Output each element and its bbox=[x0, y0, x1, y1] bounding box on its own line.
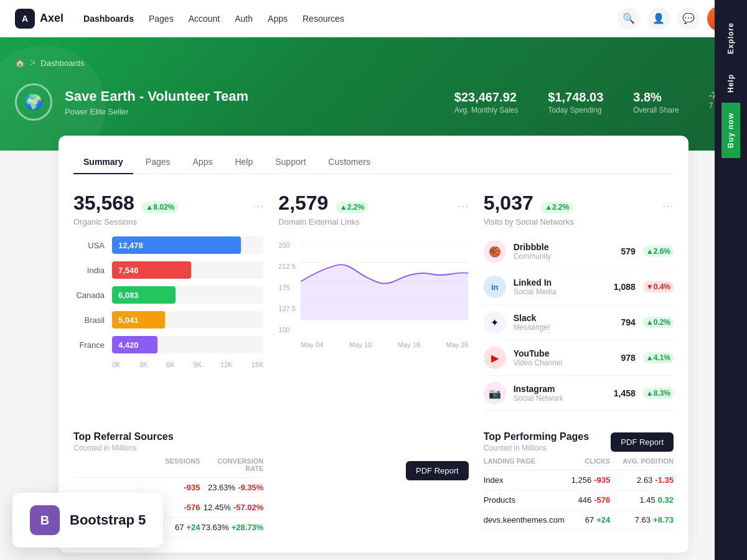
metrics-grid: 35,568 ▲8.02% ⋯ Organic Sessions USA 12,… bbox=[73, 192, 674, 411]
tab-apps[interactable]: Apps bbox=[183, 151, 223, 174]
tab-help[interactable]: Help bbox=[225, 151, 263, 174]
td-page-devs: devs.keenthemes.com bbox=[484, 515, 568, 525]
metric-social: 5,037 ▲2.2% ⋯ Visits by Social Networks … bbox=[484, 192, 674, 411]
top-pages-section: Top Performing Pages Counted in Millions… bbox=[484, 431, 674, 538]
buy-now-button[interactable]: Buy now bbox=[721, 103, 740, 158]
bar-row-canada: Canada 6,083 bbox=[73, 286, 263, 304]
td-rate-bol: 73.63% +28.73% bbox=[200, 523, 264, 532]
td-sessions-bol: 67 +24 bbox=[158, 523, 200, 532]
messages-button[interactable]: 💬 bbox=[677, 7, 700, 30]
top-pages-pdf-button[interactable]: PDF Report bbox=[611, 432, 674, 452]
instagram-type: Social Network bbox=[514, 394, 563, 403]
notifications-button[interactable]: 👤 bbox=[647, 7, 670, 30]
instagram-icon: 📷 bbox=[484, 382, 506, 404]
pdf-report-button[interactable]: PDF Report bbox=[406, 461, 469, 480]
search-button[interactable]: 🔍 bbox=[618, 7, 640, 30]
nav-auth[interactable]: Auth bbox=[235, 14, 253, 24]
td-page-products: Products bbox=[484, 495, 568, 505]
dribbble-icon: 🏀 bbox=[484, 240, 506, 263]
y-label-100: 100 bbox=[278, 326, 301, 334]
external-links-more[interactable]: ⋯ bbox=[458, 199, 469, 213]
youtube-name: YouTube bbox=[514, 348, 563, 358]
stat-monthly-sales: $23,467.92 Avg. Monthly Sales bbox=[454, 90, 519, 114]
bootstrap-overlay: B Bootstrap 5 bbox=[12, 493, 163, 548]
td-rate-1: 23.63% -9.35% bbox=[200, 483, 264, 492]
brand[interactable]: A Axel bbox=[15, 9, 63, 29]
social-row-youtube: ▶ YouTube Video Channel 978 ▲4.1% bbox=[484, 340, 674, 376]
nav-dashboards[interactable]: Dashboards bbox=[83, 14, 134, 24]
tab-pages[interactable]: Pages bbox=[136, 151, 181, 174]
metric-external-links-value: 2,579 bbox=[278, 192, 328, 214]
stat-today-spending-label: Today Spending bbox=[548, 106, 603, 114]
bar-row-india: India 7,546 bbox=[73, 261, 263, 279]
slack-icon: ✦ bbox=[484, 311, 506, 334]
hero-info: Save Earth - Volunteer Team Power Elite … bbox=[65, 88, 248, 116]
bar-country-usa: USA bbox=[73, 241, 105, 250]
breadcrumb-current: Dashboards bbox=[40, 58, 84, 68]
y-label-250: 250 bbox=[278, 241, 301, 249]
linkedin-change: ▼0.4% bbox=[643, 281, 674, 292]
nav-pages[interactable]: Pages bbox=[149, 14, 174, 24]
youtube-change: ▲4.1% bbox=[643, 352, 674, 363]
help-button[interactable]: Help bbox=[721, 64, 740, 103]
tab-support[interactable]: Support bbox=[265, 151, 316, 174]
organic-sessions-more[interactable]: ⋯ bbox=[252, 199, 263, 213]
referral-title: Top Referral Sources bbox=[73, 431, 263, 442]
slack-name: Slack bbox=[514, 313, 550, 323]
metric-organic-sessions-value: 35,568 bbox=[73, 192, 134, 214]
metric-organic-sessions-label: Organic Sessions bbox=[73, 217, 263, 226]
col-conversion: CONVERSION RATE bbox=[200, 457, 264, 472]
linkedin-count: 1,088 bbox=[614, 282, 636, 292]
table-row: devs.keenthemes.com 67 +24 7.63 +8.73 bbox=[484, 510, 674, 530]
explore-button[interactable]: Explore bbox=[721, 12, 740, 64]
dribbble-change: ▲2.6% bbox=[643, 246, 674, 257]
tab-customers[interactable]: Customers bbox=[318, 151, 380, 174]
tab-summary[interactable]: Summary bbox=[73, 151, 133, 174]
nav-apps[interactable]: Apps bbox=[268, 14, 288, 24]
metric-social-value: 5,037 bbox=[484, 192, 533, 214]
axis-0k: 0K bbox=[112, 361, 120, 368]
bar-row-usa: USA 12,478 bbox=[73, 236, 263, 254]
x-label-may18: May 18 bbox=[398, 341, 420, 348]
tabs: Summary Pages Apps Help Support Customer… bbox=[73, 151, 674, 174]
td-rate-2: 12.45% -57.02% bbox=[200, 503, 264, 512]
dribbble-type: Community bbox=[514, 252, 552, 261]
col-source bbox=[73, 457, 158, 472]
axis-12k: 12K bbox=[220, 361, 233, 368]
metric-organic-sessions: 35,568 ▲8.02% ⋯ Organic Sessions USA 12,… bbox=[73, 192, 263, 411]
social-row-slack: ✦ Slack Messanger 794 ▲0.2% bbox=[484, 305, 674, 340]
bar-chart: USA 12,478 India 7,546 Canada bbox=[73, 236, 263, 368]
nav-resources[interactable]: Resources bbox=[303, 14, 344, 24]
dribbble-count: 579 bbox=[621, 246, 635, 256]
top-pages-subtitle: Counted in Millions bbox=[484, 444, 590, 452]
slack-type: Messanger bbox=[514, 323, 550, 332]
x-label-may04: May 04 bbox=[301, 341, 323, 348]
y-label-212: 212.5 bbox=[278, 263, 301, 270]
social-row-linkedin: in Linked In Social Media 1,088 ▼0.4% bbox=[484, 269, 674, 305]
td-sessions-1: -935 bbox=[158, 483, 200, 492]
stat-monthly-sales-value: $23,467.92 bbox=[454, 90, 519, 105]
td-sessions-2: -576 bbox=[158, 503, 200, 512]
metric-external-links: 2,579 ▲2.2% ⋯ Domain External Links 250 … bbox=[278, 192, 468, 411]
td-clicks-index: 1,256 -935 bbox=[568, 475, 610, 485]
bar-outer-brasil: 5,041 bbox=[112, 311, 263, 329]
bootstrap-icon: B bbox=[30, 505, 60, 535]
bottom-grid: Top Referral Sources Counted in Millions… bbox=[73, 431, 674, 538]
social-list: 🏀 Dribbble Community 579 ▲2.6% in Linked… bbox=[484, 234, 674, 411]
top-pages-title: Top Performing Pages bbox=[484, 431, 590, 442]
bar-country-canada: Canada bbox=[73, 291, 105, 300]
pdf-report-area: PDF Report bbox=[278, 431, 468, 538]
nav-account[interactable]: Account bbox=[189, 14, 220, 24]
top-pages-header-text: Top Performing Pages Counted in Millions bbox=[484, 431, 590, 452]
bar-outer-france: 4,420 bbox=[112, 336, 263, 353]
y-label-175: 175 bbox=[278, 284, 301, 291]
bar-country-france: France bbox=[73, 340, 105, 350]
hero-stats: $23,467.92 Avg. Monthly Sales $1,748.03 … bbox=[454, 90, 732, 114]
social-more[interactable]: ⋯ bbox=[662, 199, 674, 213]
instagram-name: Instagram bbox=[514, 384, 563, 394]
brand-name: Axel bbox=[40, 12, 63, 25]
y-label-137: 137.5 bbox=[278, 305, 301, 312]
brand-icon: A bbox=[15, 9, 35, 29]
breadcrumb-home[interactable]: 🏠 bbox=[15, 58, 25, 68]
metric-external-links-badge: ▲2.2% bbox=[336, 202, 368, 213]
